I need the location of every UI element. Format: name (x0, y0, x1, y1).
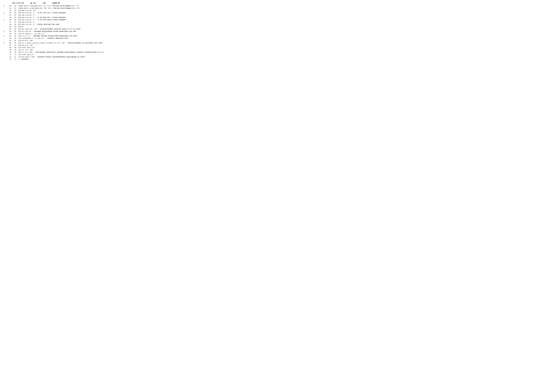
page-container: 29Y-3-56.90 Qn 9÷1 144 24866-09 (5050СТА… (3, 2, 551, 61)
row-num2: 53 (12, 12, 18, 14)
row-text: E20-443 9÷2(=3)' 1' ' ТО ЖЕ Р400.300 С Р… (18, 12, 551, 14)
row-text: E20-444 9÷2(=3)' 2* * КЛАПАН ОБРАТНЫЙ К4… (18, 23, 551, 26)
row-text: E20-444 9÷2(=3)' 2* (18, 14, 551, 16)
row-num2: 62 (12, 33, 18, 35)
table-row: 5757E20-450 9÷3(=3)' 3* (3, 21, 551, 23)
row-text: E26-19 4-64 10' ' ИЗОЛЯЦИЯ ВОЗДУХОВОДОВ … (18, 30, 551, 33)
row-text: E26-52 ;1÷3(А2,1;9)(А3,1,3)(А4,1,5)#ТЕХ.… (18, 42, 551, 44)
row-text: С114-97 КУПЛ=1,2' |0,1;03,1,2* (18, 33, 551, 35)
table-row: 6464С114-123#КУПЛ=1,2' 9,1;03,1,2' ' СТО… (3, 37, 551, 40)
row-num2: 51 (12, 7, 18, 10)
row-num2: 59 (12, 26, 18, 28)
row-num1: 55 (6, 16, 12, 19)
row-content: 6666E26-52 ;1÷3(А2,1;9)(А3,1,3)(А4,1,5)#… (6, 42, 551, 44)
row-text: E20-450 9÷3(=3)' 3* (18, 21, 551, 23)
row-num2: 67 (12, 44, 18, 47)
row-num1: 56 (6, 19, 12, 21)
row-num1: 70 (6, 51, 12, 54)
table-row: 7373К' ЗАХАРОВА† (3, 58, 551, 61)
header-code: 29Y-3-56.90 (12, 2, 24, 4)
bracket-area: ( (3, 42, 6, 44)
header-formula: Qn 9÷1 (30, 2, 36, 4)
table-row: 5959Н21=0* (3, 26, 551, 28)
row-num1: 66 (6, 42, 12, 44)
header-number: 144 (43, 2, 46, 4)
row-num1: 68 (6, 47, 12, 49)
table-row: (5050СТАОП.3#4Т1 4,3#П|2851(=21)' 24' 12… (3, 5, 551, 7)
row-num1: 73 (6, 58, 12, 61)
table-row: (5656E20-447 9÷3(=3)' 1* ' ТО ЖЕ Р600.60… (3, 19, 551, 21)
row-num2: 69 (12, 49, 18, 51)
row-content: 5454E20-444 9÷2(=3)' 2* (6, 14, 551, 16)
row-num2: 72 (12, 56, 18, 58)
row-content: 5555E20-446 9÷2(=3)' 4* ' ТО ЖЕ Р600.400… (6, 16, 551, 19)
row-num1: 72 (6, 56, 12, 58)
row-num2: 66 (12, 42, 18, 44)
row-content: 5151СТАОП.3#4Т;1 4,3#П|2853(=21)' 60' 21… (6, 7, 551, 10)
table-row: 6868С111-368' 440,1;15* (3, 47, 551, 49)
bracket-area: ( (3, 12, 6, 14)
row-num2: 64 (12, 37, 18, 40)
table-row: 5252E20-458 9÷1(=3)' 22* (3, 10, 551, 12)
row-num1: 63 (6, 35, 12, 37)
row-num1: 65 (6, 40, 12, 42)
row-num1: 64 (6, 37, 12, 40)
row-content: 6868С111-368' 440,1;15* (6, 47, 551, 49)
table-row: 7272F15-614 164÷8' 550* ' МАСЛЯНАЯ ОКРАС… (3, 56, 551, 58)
row-text: Н21=0* (18, 26, 551, 28)
row-text: E20-458 9÷1(=3)' 22* (18, 10, 551, 12)
row-content: 5656E20-447 9÷3(=3)' 1* ' ТО ЖЕ Р600.600… (6, 19, 551, 21)
row-text: СТАОП.3#4Т;1 4,3#П|2853(=21)' 60' 21,5' … (18, 7, 551, 9)
bracket-area: ( (3, 30, 6, 32)
row-content: 7171С114-193' 300,1;1† (6, 54, 551, 56)
row-text: СТАОП.3#4Т1 4,3#П|2851(=21)' 24' 12,6' П… (18, 5, 551, 7)
row-num1: 50 (6, 5, 12, 7)
row-content: 7373К' ЗАХАРОВА† (6, 58, 551, 61)
row-text: E20-446 9÷2(=3)' 4* ' ТО ЖЕ Р600.400 С Р… (18, 16, 551, 19)
table-row: 7070F26-73 ;3-9* 300' * ОБЕРТЫВАНИЕ ПОВЕ… (3, 51, 551, 54)
row-content: 5858E20-444 9÷2(=3)' 2* * КЛАПАН ОБРАТНЫ… (6, 23, 551, 26)
row-content: 7070F26-73 ;3-9* 300' * ОБЕРТЫВАНИЕ ПОВЕ… (6, 51, 551, 54)
row-num1: 53 (6, 12, 12, 14)
row-content: 6969E26-76 ;4-2* 140* (6, 49, 551, 51)
table-row: 5454E20-444 9÷2(=3)' 2* (3, 14, 551, 16)
row-num2: 68 (12, 47, 18, 49)
row-text: F26-73 ;3-9* 300' * ОБЕРТЫВАНИЕ ПОВЕРХНО… (18, 51, 551, 54)
row-num1: 62 (6, 33, 12, 35)
table-row: 5151СТАОП.3#4Т;1 4,3#П|2853(=21)' 60' 21… (3, 7, 551, 10)
row-text: E26-13 3-4' 9' ' ИЗОЛЯЦИЯ ПЛИТАМИ ПОЛУЖЕ… (18, 35, 551, 37)
row-content: 6262С114-97 КУПЛ=1,2' |0,1;03,1,2* (6, 33, 551, 35)
row-num2: 70 (12, 51, 18, 54)
row-content: 6161E26-19 4-64 10' ' ИЗОЛЯЦИЯ ВОЗДУХОВО… (6, 30, 551, 33)
row-num1: 57 (6, 21, 12, 23)
table-row: 6969E26-76 ;4-2* 140* (3, 49, 551, 51)
row-num1: 58 (6, 23, 12, 26)
content-area: (5050СТАОП.3#4Т1 4,3#П|2851(=21)' 24' 12… (3, 5, 551, 61)
row-num2: 60 (12, 28, 18, 30)
row-num2: 50 (12, 5, 18, 7)
bracket-area: ( (3, 5, 6, 7)
row-num2: 55 (12, 16, 18, 19)
row-num1: 67 (6, 44, 12, 47)
row-content: 5959Н21=0* (6, 26, 551, 28)
table-row: (5353E20-443 9÷2(=3)' 1' ' ТО ЖЕ Р400.30… (3, 12, 551, 14)
row-num2: 54 (12, 14, 18, 16)
row-content: 6565E26-50 10-5* 140* (6, 40, 551, 42)
row-text: К' ЗАХАРОВА† (18, 58, 551, 60)
table-row: (6161E26-19 4-64 10' ' ИЗОЛЯЦИЯ ВОЗДУХОВ… (3, 30, 551, 33)
table-row: 7171С114-193' 300,1;1† (3, 54, 551, 56)
row-num2: 57 (12, 21, 18, 23)
row-text: E20-447 9÷3(=3)' 1* ' ТО ЖЕ Р600.6000С Р… (18, 19, 551, 21)
row-content: 5757E20-450 9÷3(=3)' 3* (6, 21, 551, 23)
row-num2: 63 (12, 35, 18, 37)
bracket-area: ( (3, 35, 6, 37)
row-content: 7272F15-614 164÷8' 550* ' МАСЛЯНАЯ ОКРАС… (6, 56, 551, 58)
row-text: F15-614 164÷8' 550* ' МАСЛЯНАЯ ОКРАСКА Н… (18, 56, 551, 58)
row-text: E26-69 ;3-5* 440* (18, 44, 551, 47)
row-content: 6363E26-13 3-4' 9' ' ИЗОЛЯЦИЯ ПЛИТАМИ ПО… (6, 35, 551, 37)
row-num1: 59 (6, 26, 12, 28)
header-row: 29Y-3-56.90 Qn 9÷1 144 24866-09 (3, 2, 551, 4)
table-row: 5858E20-444 9÷2(=3)' 2* * КЛАПАН ОБРАТНЫ… (3, 23, 551, 26)
row-num2: 58 (12, 23, 18, 26)
row-text: E26-50 10-5* 140* (18, 40, 551, 42)
